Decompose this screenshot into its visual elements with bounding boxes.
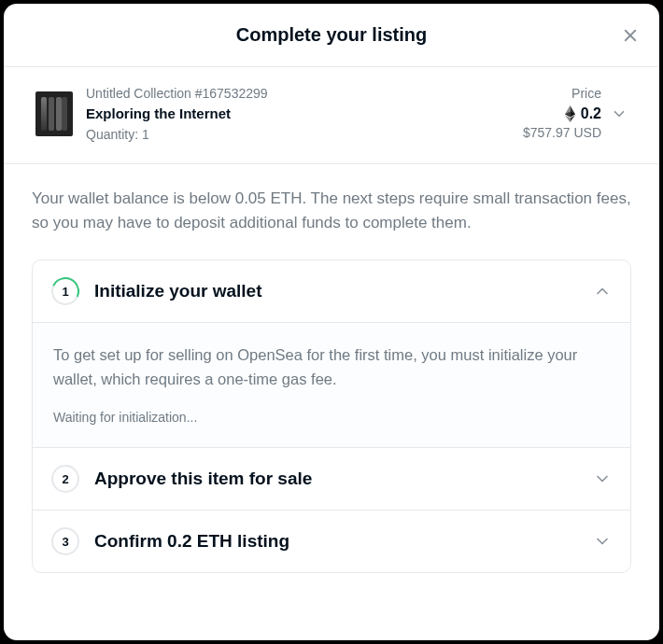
item-thumbnail — [35, 91, 73, 136]
modal-title: Complete your listing — [236, 24, 427, 46]
step-title: Initialize your wallet — [94, 281, 593, 301]
chevron-down-icon — [593, 469, 612, 488]
step-initialize-wallet: 1 Initialize your wallet To get set up f… — [33, 260, 630, 447]
price-value-row: 0.2 — [523, 104, 601, 124]
expand-toggle[interactable] — [593, 469, 612, 488]
price-label: Price — [523, 85, 601, 104]
step-description: To get set up for selling on OpenSea for… — [53, 343, 610, 391]
collapse-toggle[interactable] — [593, 282, 612, 301]
collection-name: Untitled Collection #167532299 — [86, 84, 523, 104]
step-title: Approve this item for sale — [94, 469, 593, 489]
step-number-badge: 2 — [51, 465, 79, 493]
listing-modal: Complete your listing Untitled Collectio… — [4, 4, 659, 640]
close-icon — [622, 27, 639, 44]
step-number-badge: 1 — [51, 277, 79, 305]
steps-accordion: 1 Initialize your wallet To get set up f… — [32, 259, 631, 573]
step-number-badge: 3 — [51, 527, 79, 555]
summary-price-block: Price 0.2 $757.97 USD — [523, 85, 628, 143]
balance-warning: Your wallet balance is below 0.05 ETH. T… — [32, 187, 631, 236]
close-button[interactable] — [622, 27, 639, 44]
modal-body: Your wallet balance is below 0.05 ETH. T… — [4, 164, 659, 598]
step-body: To get set up for selling on OpenSea for… — [33, 322, 630, 447]
price-usd: $757.97 USD — [523, 124, 601, 143]
step-header[interactable]: 1 Initialize your wallet — [33, 260, 630, 322]
eth-icon — [565, 105, 575, 122]
modal-header: Complete your listing — [4, 4, 659, 67]
step-status: Waiting for initialization... — [53, 410, 610, 425]
step-header[interactable]: 2 Approve this item for sale — [33, 448, 630, 510]
chevron-down-icon — [611, 105, 628, 122]
listing-summary: Untitled Collection #167532299 Exploring… — [4, 67, 659, 164]
item-quantity: Quantity: 1 — [86, 125, 523, 145]
step-approve-item: 2 Approve this item for sale — [33, 447, 630, 510]
chevron-up-icon — [593, 282, 612, 301]
price-amount: 0.2 — [581, 104, 601, 124]
step-title: Confirm 0.2 ETH listing — [94, 531, 593, 552]
summary-info: Untitled Collection #167532299 Exploring… — [86, 84, 523, 145]
chevron-down-icon — [593, 532, 612, 551]
step-header[interactable]: 3 Confirm 0.2 ETH listing — [33, 511, 630, 572]
price-expand-button[interactable] — [611, 105, 628, 122]
step-confirm-listing: 3 Confirm 0.2 ETH listing — [33, 510, 630, 572]
expand-toggle[interactable] — [593, 532, 612, 551]
price-block: Price 0.2 $757.97 USD — [523, 85, 601, 143]
item-name: Exploring the Internet — [86, 104, 523, 125]
